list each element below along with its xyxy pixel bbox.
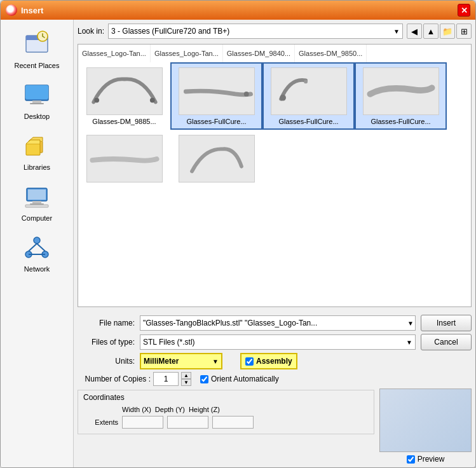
- sidebar-item-label: Recent Places: [15, 62, 60, 69]
- file-thumbnail: [179, 135, 255, 182]
- look-in-label: Look in:: [78, 27, 104, 36]
- svg-point-22: [94, 98, 99, 103]
- file-name: Glasses-FullCure...: [371, 118, 430, 126]
- assembly-checkbox-wrap[interactable]: Assembly: [240, 353, 297, 369]
- svg-point-27: [280, 95, 286, 101]
- svg-point-23: [149, 98, 154, 103]
- assembly-label: Assembly: [256, 357, 292, 366]
- file-thumbnail: [179, 67, 255, 115]
- file-grid-row-2: [78, 130, 471, 193]
- file-name-label: File name:: [78, 319, 135, 327]
- look-in-dropdown[interactable]: 3 - Glasses (FullCure720 and TB+): [111, 27, 400, 36]
- orient-check-wrap: Orient Automatically: [200, 375, 279, 383]
- orient-checkbox[interactable]: [200, 375, 208, 383]
- file-item[interactable]: [78, 130, 170, 193]
- recent-places-icon: [22, 29, 52, 59]
- copies-increment-button[interactable]: ▲: [181, 372, 191, 379]
- file-item[interactable]: Glasses-DM_9885...: [78, 62, 170, 130]
- sidebar: Recent Places Desktop: [1, 20, 74, 467]
- svg-point-28: [304, 79, 308, 83]
- bottom-controls: File name: ▼ Insert Files of type: STL F…: [78, 315, 472, 464]
- sidebar-item-label: Computer: [22, 214, 52, 222]
- copies-decrement-button[interactable]: ▼: [181, 379, 191, 386]
- files-of-type-wrap[interactable]: STL Files (*.stl) ▼: [140, 334, 416, 350]
- depth-input-col: [167, 416, 208, 429]
- sidebar-item-computer[interactable]: Computer: [7, 177, 67, 226]
- bottom-main-row: Coordinates Width (X) Depth (Y): [78, 389, 472, 464]
- bottom-left: Coordinates Width (X) Depth (Y): [78, 389, 374, 464]
- preview-section: Preview: [379, 389, 472, 464]
- svg-point-25: [243, 92, 248, 97]
- file-item[interactable]: [170, 130, 262, 193]
- assembly-checkbox[interactable]: [245, 357, 254, 366]
- svg-rect-12: [32, 201, 41, 203]
- network-icon: [22, 232, 52, 263]
- files-of-type-select[interactable]: STL Files (*.stl): [143, 338, 412, 347]
- look-in-row: Look in: 3 - Glasses (FullCure720 and TB…: [78, 24, 472, 39]
- sidebar-item-label: Libraries: [24, 163, 50, 171]
- height-col-label: Height (Z): [189, 406, 220, 413]
- title-bar: Insert ✕: [1, 1, 475, 20]
- file-grid-row-1: Glasses-DM_9885... Glasses-FullCure...: [78, 62, 471, 130]
- svg-rect-9: [26, 144, 40, 155]
- window-title: Insert: [21, 6, 458, 15]
- units-select-wrap[interactable]: MilliMeter Inch Centimeter ▼: [140, 353, 222, 369]
- copies-input[interactable]: [153, 372, 179, 386]
- sidebar-item-desktop[interactable]: Desktop: [7, 76, 67, 124]
- new-folder-button[interactable]: 📁: [440, 24, 455, 39]
- view-button[interactable]: ⊞: [456, 24, 472, 39]
- app-icon: [6, 4, 17, 16]
- top-file-item[interactable]: Glasses_Logo-Tan...: [151, 45, 223, 62]
- look-in-select-wrap[interactable]: 3 - Glasses (FullCure720 and TB+) ▼: [108, 24, 403, 39]
- cancel-button[interactable]: Cancel: [421, 334, 472, 350]
- width-input[interactable]: [122, 416, 163, 429]
- svg-rect-7: [30, 103, 44, 104]
- svg-rect-11: [28, 189, 46, 200]
- file-thumbnail: [86, 67, 163, 115]
- file-item[interactable]: Glasses-FullCure...: [355, 62, 447, 130]
- file-area[interactable]: Glasses_Logo-Tan... Glasses_Logo-Tan... …: [78, 44, 472, 307]
- width-col-label: Width (X): [122, 406, 151, 413]
- depth-col-label: Depth (Y): [155, 406, 185, 413]
- sidebar-item-network[interactable]: Network: [7, 228, 67, 277]
- depth-input[interactable]: [167, 416, 208, 429]
- svg-rect-6: [32, 100, 41, 103]
- file-thumbnail: [271, 67, 347, 115]
- preview-label: Preview: [418, 455, 445, 464]
- width-col: Width (X): [122, 406, 151, 413]
- top-file-item[interactable]: Glasses-DM_9840...: [223, 45, 295, 62]
- sidebar-item-libraries[interactable]: Libraries: [7, 127, 67, 175]
- height-col: Height (Z): [189, 406, 220, 413]
- units-row: Units: MilliMeter Inch Centimeter ▼ Asse…: [78, 353, 472, 369]
- close-button[interactable]: ✕: [458, 4, 470, 17]
- back-button[interactable]: ◀: [407, 24, 422, 39]
- file-thumbnail: [86, 135, 163, 182]
- coordinates-title: Coordinates: [83, 393, 369, 402]
- file-name-input[interactable]: [143, 315, 412, 331]
- units-label: Units:: [78, 357, 135, 366]
- file-item[interactable]: Glasses-FullCure...: [170, 62, 262, 130]
- svg-rect-5: [25, 85, 48, 99]
- dialog-body: Recent Places Desktop: [1, 20, 475, 467]
- preview-checkbox[interactable]: [407, 455, 415, 464]
- file-name-input-wrap[interactable]: ▼: [140, 315, 416, 331]
- copies-spinners: ▲ ▼: [181, 372, 191, 386]
- sidebar-item-recent-places[interactable]: Recent Places: [7, 25, 67, 73]
- height-input[interactable]: [212, 416, 254, 429]
- top-row: Glasses_Logo-Tan... Glasses_Logo-Tan... …: [78, 45, 471, 62]
- coordinates-header-row: Width (X) Depth (Y) Height (Z): [83, 406, 369, 413]
- file-item[interactable]: Glasses-FullCure...: [262, 62, 355, 130]
- insert-button[interactable]: Insert: [421, 315, 472, 331]
- depth-col: Depth (Y): [155, 406, 185, 413]
- units-select[interactable]: MilliMeter Inch Centimeter: [144, 357, 219, 366]
- extents-label: Extents: [83, 418, 118, 426]
- top-file-item[interactable]: Glasses_Logo-Tan...: [78, 45, 151, 62]
- sidebar-item-label: Desktop: [24, 113, 50, 120]
- toolbar-buttons: ◀ ▲ 📁 ⊞: [407, 24, 472, 39]
- dialog-right: Look in: 3 - Glasses (FullCure720 and TB…: [74, 20, 475, 467]
- file-thumbnail: [363, 67, 439, 115]
- svg-line-19: [37, 244, 45, 251]
- top-file-item[interactable]: Glasses-DM_9850...: [295, 45, 367, 62]
- up-button[interactable]: ▲: [423, 24, 439, 39]
- files-of-type-row: Files of type: STL Files (*.stl) ▼ Cance…: [78, 334, 472, 350]
